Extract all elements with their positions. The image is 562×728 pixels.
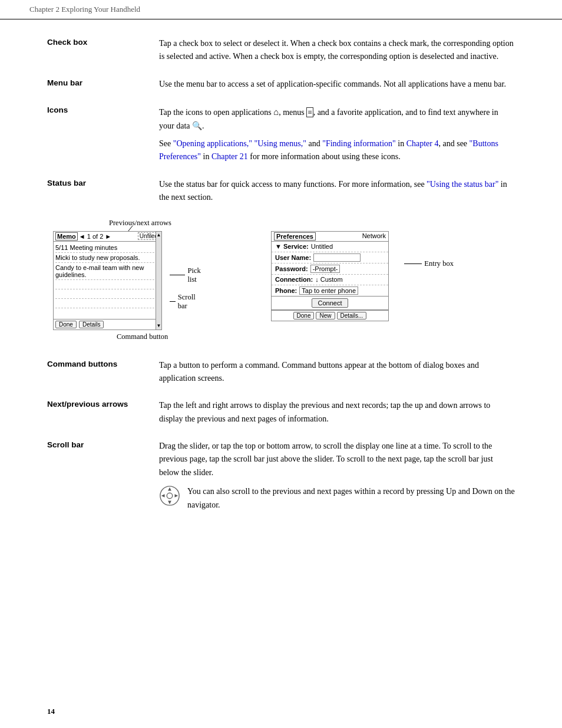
prefs-phone-input[interactable]: Tap to enter phone bbox=[299, 286, 358, 295]
memo-line-7 bbox=[55, 308, 154, 318]
term-label-icons: Icons bbox=[47, 105, 159, 114]
memo-line-1: 5/11 Meeting minutes bbox=[55, 243, 154, 253]
command-button-label: Command button bbox=[117, 332, 515, 341]
prefs-connection-label: Connection: bbox=[275, 276, 313, 283]
memo-title: Memo bbox=[55, 232, 78, 241]
term-row-next-prev: Next/previous arrows Tap the left and ri… bbox=[47, 399, 515, 426]
scroll-bar-label-container: Scroll bar bbox=[170, 293, 198, 311]
definition-next-prev: Tap the left and right arrows to display… bbox=[159, 399, 515, 426]
prefs-password-input[interactable]: -Prompt- bbox=[310, 265, 340, 273]
prefs-network: Network bbox=[362, 232, 386, 241]
prefs-phone-label: Phone: bbox=[275, 287, 297, 294]
term-row-scroll-bar: Scroll bar Drag the slider, or tap the t… bbox=[47, 440, 515, 512]
prefs-connect-btn[interactable]: Connect bbox=[312, 298, 349, 308]
prefs-box: Preferences Network ▼ Service: Untitled … bbox=[271, 231, 389, 321]
term-row-menubar: Menu bar Use the menu bar to access a se… bbox=[47, 78, 515, 91]
memo-diagram: Memo ◄ 1 of 2 ► Unfiled ▲ ▼ 5/11 Meeting… bbox=[53, 231, 162, 330]
link-opening-apps[interactable]: "Opening applications," bbox=[173, 139, 252, 148]
link-using-status-bar[interactable]: "Using the status bar" bbox=[427, 180, 498, 189]
term-row-checkbox: Check box Tap a check box to select or d… bbox=[47, 37, 515, 64]
navigator-row: You can also scroll to the previous and … bbox=[159, 485, 515, 512]
prefs-service-row: ▼ Service: Untitled bbox=[272, 242, 388, 252]
prefs-username-label: User Name: bbox=[275, 254, 311, 261]
definition-menubar: Use the menu bar to access a set of appl… bbox=[159, 78, 515, 91]
definition-command-buttons: Tap a button to perform a command. Comma… bbox=[159, 359, 515, 386]
prefs-phone-row: Phone: Tap to enter phone bbox=[272, 285, 388, 296]
term-label-next-prev: Next/previous arrows bbox=[47, 399, 159, 409]
diagrams-wrapper: Memo ◄ 1 of 2 ► Unfiled ▲ ▼ 5/11 Meeting… bbox=[47, 231, 515, 330]
term-label-statusbar: Status bar bbox=[47, 178, 159, 187]
pick-list-label: Pick list bbox=[187, 266, 206, 284]
memo-box: Memo ◄ 1 of 2 ► Unfiled ▲ ▼ 5/11 Meeting… bbox=[53, 231, 162, 330]
svg-marker-7 bbox=[175, 494, 178, 498]
prefs-service-value: Untitled bbox=[311, 243, 333, 250]
term-label-checkbox: Check box bbox=[47, 37, 159, 47]
memo-line-5 bbox=[55, 289, 154, 299]
prefs-footer: Done New Details... bbox=[272, 310, 388, 321]
scroll-up-arrow[interactable]: ▲ bbox=[157, 233, 161, 238]
pick-list-label-container: Pick list bbox=[170, 266, 206, 284]
memo-lines: 5/11 Meeting minutes Micki to study new … bbox=[54, 242, 161, 319]
link-finding-info[interactable]: "Finding information" bbox=[322, 139, 396, 148]
menu-icon: ≡ bbox=[306, 107, 313, 117]
entry-box-label: Entry box bbox=[424, 259, 454, 268]
prefs-username-row: User Name: bbox=[272, 252, 388, 263]
memo-line-6 bbox=[55, 299, 154, 308]
page-header: Chapter 2 Exploring Your Handheld bbox=[0, 0, 562, 19]
svg-marker-5 bbox=[168, 501, 171, 505]
definition-checkbox: Tap a check box to select or deselect it… bbox=[159, 37, 515, 64]
link-chapter21[interactable]: Chapter 21 bbox=[211, 152, 248, 161]
home-icon: ⌂ bbox=[273, 107, 279, 117]
diagram-section: Previous/next arrows Memo ◄ 1 of 2 ► bbox=[47, 219, 515, 341]
svg-marker-4 bbox=[168, 487, 171, 491]
pick-list-line bbox=[170, 275, 185, 275]
prefs-username-input[interactable] bbox=[313, 253, 361, 262]
memo-title-bar: Memo ◄ 1 of 2 ► Unfiled ▲ ▼ bbox=[54, 232, 161, 242]
definition-icons: Tap the icons to open applications ⌂, me… bbox=[159, 105, 515, 164]
memo-done-btn[interactable]: Done bbox=[55, 321, 77, 328]
prefs-diagram: Preferences Network ▼ Service: Untitled … bbox=[271, 231, 389, 321]
header-text: Chapter 2 Exploring Your Handheld bbox=[29, 5, 140, 14]
memo-line-2: Micki to study new proposals. bbox=[55, 253, 154, 263]
entry-box-label-container: Entry box bbox=[404, 259, 454, 268]
prefs-password-row: Password: -Prompt- bbox=[272, 263, 388, 275]
icons-para2: See "Opening applications," "Using menus… bbox=[159, 137, 515, 164]
term-label-command-buttons: Command buttons bbox=[47, 359, 159, 368]
navigator-icon-svg bbox=[159, 485, 180, 507]
term-row-command-buttons: Command buttons Tap a button to perform … bbox=[47, 359, 515, 386]
term-row-icons: Icons Tap the icons to open applications… bbox=[47, 105, 515, 164]
term-row-statusbar: Status bar Use the status bar for quick … bbox=[47, 178, 515, 205]
svg-marker-6 bbox=[161, 494, 165, 498]
navigator-text: You can also scroll to the previous and … bbox=[187, 485, 515, 512]
entry-box-line bbox=[404, 263, 422, 264]
prefs-service-label: ▼ Service: bbox=[275, 243, 309, 250]
memo-details-btn[interactable]: Details bbox=[79, 321, 104, 328]
page-footer: 14 bbox=[47, 707, 55, 716]
memo-title-left: Memo ◄ 1 of 2 ► bbox=[55, 232, 111, 241]
definition-statusbar: Use the status bar for quick access to m… bbox=[159, 178, 515, 205]
memo-nav: ◄ 1 of 2 ► bbox=[79, 233, 111, 240]
prefs-new-btn[interactable]: New bbox=[316, 312, 335, 319]
scroll-bar-line bbox=[170, 301, 176, 302]
term-label-scroll-bar: Scroll bar bbox=[47, 440, 159, 449]
prefs-connection-value: ↓ Custom bbox=[315, 276, 342, 283]
svg-point-3 bbox=[167, 493, 172, 499]
memo-line-4 bbox=[55, 280, 154, 289]
main-content: Check box Tap a check box to select or d… bbox=[0, 19, 562, 549]
prefs-title-bar: Preferences Network bbox=[272, 232, 388, 242]
prefs-password-label: Password: bbox=[275, 265, 308, 272]
definition-scroll-bar: Drag the slider, or tap the top or botto… bbox=[159, 440, 515, 512]
term-label-menubar: Menu bar bbox=[47, 78, 159, 87]
prefs-connect-row: Connect bbox=[272, 296, 388, 310]
prefs-details-btn[interactable]: Details... bbox=[337, 312, 367, 319]
prefs-done-btn[interactable]: Done bbox=[293, 312, 315, 319]
memo-line-3: Candy to e-mail team with new guidelines… bbox=[55, 263, 154, 280]
scroll-down-arrow[interactable]: ▼ bbox=[157, 324, 161, 328]
link-chapter4[interactable]: Chapter 4 bbox=[406, 139, 439, 148]
memo-footer: Done Details bbox=[54, 319, 161, 330]
navigator-icon bbox=[159, 485, 180, 506]
link-using-menus[interactable]: "Using menus," bbox=[254, 139, 306, 148]
find-icon: 🔍 bbox=[192, 121, 202, 130]
diagram-top-label: Previous/next arrows bbox=[109, 219, 515, 228]
page-number: 14 bbox=[47, 707, 55, 716]
